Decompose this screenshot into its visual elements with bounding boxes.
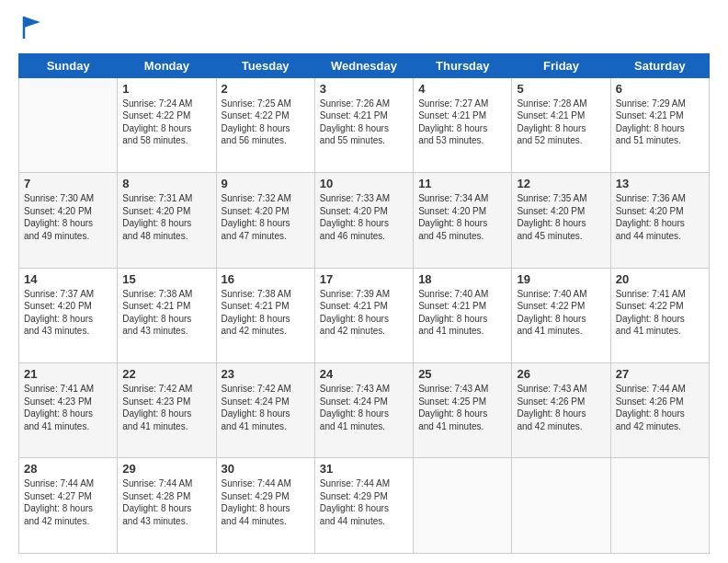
- calendar-cell: 20Sunrise: 7:41 AMSunset: 4:22 PMDayligh…: [610, 268, 709, 362]
- cell-info: Sunrise: 7:33 AMSunset: 4:20 PMDaylight:…: [320, 192, 408, 242]
- calendar-cell: 7Sunrise: 7:30 AMSunset: 4:20 PMDaylight…: [19, 173, 118, 268]
- dow-header-wednesday: Wednesday: [314, 53, 413, 77]
- calendar-cell: 17Sunrise: 7:39 AMSunset: 4:21 PMDayligh…: [314, 268, 413, 362]
- cell-info: Sunrise: 7:39 AMSunset: 4:21 PMDaylight:…: [320, 288, 408, 338]
- calendar-cell: 14Sunrise: 7:37 AMSunset: 4:20 PMDayligh…: [19, 268, 118, 362]
- day-number: 23: [222, 367, 310, 381]
- calendar-week-5: 28Sunrise: 7:44 AMSunset: 4:27 PMDayligh…: [19, 458, 710, 554]
- calendar-cell: 13Sunrise: 7:36 AMSunset: 4:20 PMDayligh…: [610, 173, 709, 268]
- cell-info: Sunrise: 7:42 AMSunset: 4:24 PMDaylight:…: [222, 383, 310, 432]
- day-number: 30: [222, 462, 310, 476]
- dow-header-saturday: Saturday: [610, 53, 709, 77]
- cell-info: Sunrise: 7:38 AMSunset: 4:21 PMDaylight:…: [222, 288, 310, 338]
- cell-info: Sunrise: 7:28 AMSunset: 4:21 PMDaylight:…: [517, 98, 605, 147]
- day-number: 25: [418, 367, 506, 381]
- cell-info: Sunrise: 7:32 AMSunset: 4:20 PMDaylight:…: [222, 192, 310, 242]
- day-number: 9: [222, 177, 310, 190]
- day-number: 18: [418, 272, 506, 286]
- calendar-cell: 18Sunrise: 7:40 AMSunset: 4:21 PMDayligh…: [414, 268, 512, 362]
- day-number: 19: [517, 272, 605, 286]
- calendar-cell: 5Sunrise: 7:28 AMSunset: 4:21 PMDaylight…: [512, 77, 610, 172]
- day-number: 13: [616, 177, 704, 190]
- day-number: 31: [320, 462, 408, 476]
- cell-info: Sunrise: 7:37 AMSunset: 4:20 PMDaylight:…: [24, 288, 112, 338]
- calendar-body: 1Sunrise: 7:24 AMSunset: 4:22 PMDaylight…: [19, 77, 710, 553]
- calendar-cell: 15Sunrise: 7:38 AMSunset: 4:21 PMDayligh…: [118, 268, 216, 362]
- cell-info: Sunrise: 7:26 AMSunset: 4:21 PMDaylight:…: [320, 98, 408, 147]
- cell-info: Sunrise: 7:44 AMSunset: 4:27 PMDaylight:…: [24, 477, 112, 527]
- day-number: 8: [122, 177, 210, 190]
- calendar-cell: 31Sunrise: 7:44 AMSunset: 4:29 PMDayligh…: [314, 458, 413, 554]
- cell-info: Sunrise: 7:44 AMSunset: 4:26 PMDaylight:…: [616, 383, 704, 432]
- dow-header-sunday: Sunday: [19, 53, 118, 77]
- calendar-week-4: 21Sunrise: 7:41 AMSunset: 4:23 PMDayligh…: [19, 363, 710, 458]
- cell-info: Sunrise: 7:38 AMSunset: 4:21 PMDaylight:…: [122, 288, 210, 338]
- day-number: 29: [122, 462, 210, 476]
- day-number: 24: [320, 367, 408, 381]
- cell-info: Sunrise: 7:43 AMSunset: 4:25 PMDaylight:…: [418, 383, 506, 432]
- day-number: 1: [122, 82, 210, 96]
- days-of-week-row: SundayMondayTuesdayWednesdayThursdayFrid…: [19, 53, 710, 77]
- cell-info: Sunrise: 7:41 AMSunset: 4:22 PMDaylight:…: [616, 288, 704, 338]
- day-number: 20: [616, 272, 704, 286]
- calendar-cell: 3Sunrise: 7:26 AMSunset: 4:21 PMDaylight…: [314, 77, 413, 172]
- cell-info: Sunrise: 7:36 AMSunset: 4:20 PMDaylight:…: [616, 192, 704, 242]
- calendar-cell: [610, 458, 709, 554]
- calendar-week-2: 7Sunrise: 7:30 AMSunset: 4:20 PMDaylight…: [19, 173, 710, 268]
- calendar-cell: 30Sunrise: 7:44 AMSunset: 4:29 PMDayligh…: [216, 458, 314, 554]
- day-number: 2: [222, 82, 310, 96]
- day-number: 10: [320, 177, 408, 190]
- calendar-cell: 12Sunrise: 7:35 AMSunset: 4:20 PMDayligh…: [512, 173, 610, 268]
- day-number: 17: [320, 272, 408, 286]
- day-number: 3: [320, 82, 408, 96]
- day-number: 22: [122, 367, 210, 381]
- calendar-week-3: 14Sunrise: 7:37 AMSunset: 4:20 PMDayligh…: [19, 268, 710, 362]
- day-number: 11: [418, 177, 506, 190]
- cell-info: Sunrise: 7:25 AMSunset: 4:22 PMDaylight:…: [222, 98, 310, 147]
- cell-info: Sunrise: 7:24 AMSunset: 4:22 PMDaylight:…: [122, 98, 210, 147]
- calendar-cell: 1Sunrise: 7:24 AMSunset: 4:22 PMDaylight…: [118, 77, 216, 172]
- cell-info: Sunrise: 7:27 AMSunset: 4:21 PMDaylight:…: [418, 98, 506, 147]
- day-number: 6: [616, 82, 704, 96]
- cell-info: Sunrise: 7:44 AMSunset: 4:29 PMDaylight:…: [222, 477, 310, 527]
- calendar-week-1: 1Sunrise: 7:24 AMSunset: 4:22 PMDaylight…: [19, 77, 710, 172]
- calendar-cell: 9Sunrise: 7:32 AMSunset: 4:20 PMDaylight…: [216, 173, 314, 268]
- cell-info: Sunrise: 7:35 AMSunset: 4:20 PMDaylight:…: [517, 192, 605, 242]
- calendar-cell: 27Sunrise: 7:44 AMSunset: 4:26 PMDayligh…: [610, 363, 709, 458]
- calendar-cell: 2Sunrise: 7:25 AMSunset: 4:22 PMDaylight…: [216, 77, 314, 172]
- cell-info: Sunrise: 7:29 AMSunset: 4:21 PMDaylight:…: [616, 98, 704, 147]
- calendar-header: SundayMondayTuesdayWednesdayThursdayFrid…: [19, 53, 710, 77]
- day-number: 7: [24, 177, 112, 190]
- day-number: 14: [24, 272, 112, 286]
- calendar-cell: 11Sunrise: 7:34 AMSunset: 4:20 PMDayligh…: [414, 173, 512, 268]
- cell-info: Sunrise: 7:40 AMSunset: 4:21 PMDaylight:…: [418, 288, 506, 338]
- calendar-cell: 29Sunrise: 7:44 AMSunset: 4:28 PMDayligh…: [118, 458, 216, 554]
- day-number: 12: [517, 177, 605, 190]
- logo-flag-icon: [20, 15, 42, 40]
- day-number: 5: [517, 82, 605, 96]
- calendar-cell: 6Sunrise: 7:29 AMSunset: 4:21 PMDaylight…: [610, 77, 709, 172]
- calendar-cell: [414, 458, 512, 554]
- calendar-cell: 4Sunrise: 7:27 AMSunset: 4:21 PMDaylight…: [414, 77, 512, 172]
- day-number: 27: [616, 367, 704, 381]
- calendar-cell: [19, 77, 118, 172]
- dow-header-tuesday: Tuesday: [216, 53, 314, 77]
- cell-info: Sunrise: 7:42 AMSunset: 4:23 PMDaylight:…: [122, 383, 210, 432]
- svg-marker-0: [24, 17, 40, 28]
- calendar-cell: 25Sunrise: 7:43 AMSunset: 4:25 PMDayligh…: [414, 363, 512, 458]
- calendar-cell: 8Sunrise: 7:31 AMSunset: 4:20 PMDaylight…: [118, 173, 216, 268]
- calendar-cell: 28Sunrise: 7:44 AMSunset: 4:27 PMDayligh…: [19, 458, 118, 554]
- calendar-cell: 21Sunrise: 7:41 AMSunset: 4:23 PMDayligh…: [19, 363, 118, 458]
- day-number: 28: [24, 462, 112, 476]
- calendar-cell: 10Sunrise: 7:33 AMSunset: 4:20 PMDayligh…: [314, 173, 413, 268]
- logo: [18, 15, 42, 46]
- cell-info: Sunrise: 7:43 AMSunset: 4:24 PMDaylight:…: [320, 383, 408, 432]
- cell-info: Sunrise: 7:44 AMSunset: 4:28 PMDaylight:…: [122, 477, 210, 527]
- dow-header-friday: Friday: [512, 53, 610, 77]
- cell-info: Sunrise: 7:41 AMSunset: 4:23 PMDaylight:…: [24, 383, 112, 432]
- day-number: 15: [122, 272, 210, 286]
- day-number: 4: [418, 82, 506, 96]
- day-number: 16: [222, 272, 310, 286]
- calendar-cell: 24Sunrise: 7:43 AMSunset: 4:24 PMDayligh…: [314, 363, 413, 458]
- cell-info: Sunrise: 7:34 AMSunset: 4:20 PMDaylight:…: [418, 192, 506, 242]
